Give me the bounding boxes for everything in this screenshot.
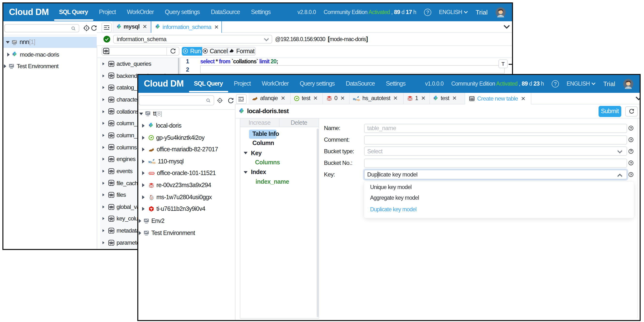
svg-text:My: My bbox=[353, 98, 356, 100]
svg-text:SQL: SQL bbox=[356, 98, 360, 101]
svg-text:SQL: SQL bbox=[151, 162, 156, 164]
svg-text:ORACLE: ORACLE bbox=[149, 173, 154, 174]
